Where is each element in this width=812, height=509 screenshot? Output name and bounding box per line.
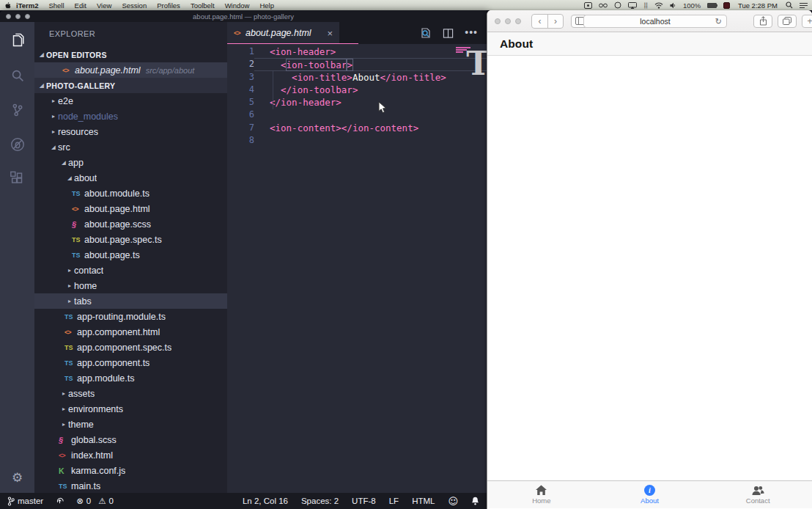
tree-folder-node-modules[interactable]: ▸node_modules [34,109,227,124]
tree-folder-assets[interactable]: ▸assets [34,386,227,401]
menu-window[interactable]: Window [220,1,255,10]
code-line-2-current[interactable]: 2 <ion-toolbar> [227,58,487,70]
chevron-expanded-icon: ◢ [59,159,68,166]
tree-file-karma-conf-js[interactable]: Kkarma.conf.js [34,463,227,478]
problems-indicator[interactable]: ⊗ 0 ⚠ 0 [76,496,114,506]
tree-folder-contact[interactable]: ▸contact [34,263,227,278]
close-tab-icon[interactable]: × [327,28,333,39]
code-line-5[interactable]: 5 </ion-header> [227,96,487,109]
encoding-indicator[interactable]: UTF-8 [352,497,376,505]
tree-folder-home[interactable]: ▸home [34,278,227,293]
tree-file-index-html[interactable]: <>index.html [34,447,227,463]
code-editor[interactable]: 1 <ion-header> 2 <ion-toolbar> 3 <ion-ti… [227,44,487,493]
tree-file-app-component-ts[interactable]: TSapp.component.ts [34,355,227,370]
split-editor-icon[interactable] [443,28,454,39]
menu-toolbelt[interactable]: Toolbelt [185,1,220,10]
open-editors-header[interactable]: ◢ OPEN EDITORS [34,47,227,62]
tree-file-app-module-ts[interactable]: TSapp.module.ts [34,370,227,386]
glasses-icon[interactable] [599,2,608,8]
menu-app-name[interactable]: iTerm2 [11,1,43,10]
airplay-icon[interactable] [628,2,637,9]
tab-about-page-html[interactable]: <> about.page.html × [227,22,339,44]
menu-session[interactable]: Session [117,1,152,10]
battery-status[interactable]: 100% [683,1,717,10]
language-mode-indicator[interactable]: HTML [412,497,435,505]
feedback-smiley-icon[interactable]: ☺ [448,496,458,507]
cursor-position-indicator[interactable]: Ln 2, Col 16 [243,497,288,505]
tree-file-global-scss[interactable]: §global.scss [34,432,227,447]
share-button[interactable] [753,15,772,28]
open-editor-item-about-page-html[interactable]: <> about.page.html src/app/about [34,62,227,78]
code-line-8[interactable]: 8 [227,134,487,147]
apple-logo-icon[interactable] [4,1,11,10]
back-button[interactable]: ‹ [532,15,547,28]
menu-shell[interactable]: Shell [43,1,69,10]
settings-gear-icon[interactable]: ⚙ [12,472,23,484]
explorer-icon[interactable] [9,32,26,50]
extensions-icon[interactable] [9,170,26,188]
html-file-icon: <> [72,205,84,213]
code-line-7[interactable]: 7 <ion-content></ion-content> [227,122,487,134]
menu-profiles[interactable]: Profiles [152,1,185,10]
project-root-header[interactable]: ◢ PHOTO-GALLERY [34,78,227,93]
tab-contact[interactable]: Contact [704,481,812,508]
tree-folder-resources[interactable]: ▸resources [34,124,227,139]
menu-view[interactable]: View [92,1,117,10]
vscode-titlebar[interactable]: about.page.html — photo-gallery [0,10,487,22]
wifi-icon[interactable] [654,2,663,9]
zoom-window-button[interactable] [515,18,521,24]
tree-folder-about[interactable]: ◢about [34,170,227,186]
address-bar[interactable]: localhost ↻ [583,15,727,28]
tree-file-about-page-ts[interactable]: TSabout.page.ts [34,247,227,263]
screen-capture-icon[interactable] [584,2,592,9]
source-control-icon[interactable] [9,101,26,119]
forward-button[interactable]: › [547,15,563,28]
tree-folder-app[interactable]: ◢app [34,155,227,170]
sync-changes-button[interactable] [55,497,64,505]
keyboard-switcher-icon[interactable]: ⣿ [643,2,648,9]
tree-file-app-component-spec-ts[interactable]: TSapp.component.spec.ts [34,340,227,355]
tree-folder-src[interactable]: ◢src [34,139,227,155]
tab-overview-button[interactable] [778,15,797,28]
tree-folder-tabs[interactable]: ▸tabs [34,293,227,309]
reload-icon[interactable]: ↻ [715,17,722,26]
ts-file-icon: TS [64,359,77,367]
notification-center-icon[interactable] [800,2,808,9]
volume-icon[interactable] [670,2,676,9]
code-line-4[interactable]: 4 </ion-toolbar> [227,84,487,96]
tree-folder-theme[interactable]: ▸theme [34,417,227,432]
tab-about[interactable]: i About [596,481,704,508]
tree-file-app-component-html[interactable]: <>app.component.html [34,324,227,340]
new-tab-button[interactable]: + [802,15,812,28]
spotlight-icon[interactable] [786,1,793,9]
tree-file-main-ts[interactable]: TSmain.ts [34,478,227,493]
tree-file-app-routing-module-ts[interactable]: TSapp-routing.module.ts [34,309,227,324]
dnd-icon[interactable] [614,1,621,9]
code-line-1[interactable]: 1 <ion-header> [227,45,487,58]
debug-icon[interactable] [9,136,26,153]
close-window-button[interactable] [495,18,501,24]
ts-file-icon: TS [72,190,84,197]
menu-extra-app-icon[interactable] [723,2,730,9]
more-actions-icon[interactable]: ••• [465,31,478,35]
vscode-statusbar: master ⊗ 0 ⚠ 0 Ln 2, Col 16 Spaces: 2 UT… [0,493,487,509]
open-preview-icon[interactable] [420,27,432,39]
tree-file-about-page-spec-ts[interactable]: TSabout.page.spec.ts [34,232,227,247]
tree-file-about-page-html[interactable]: <>about.page.html [34,201,227,216]
tree-file-about-module-ts[interactable]: TSabout.module.ts [34,186,227,201]
tree-folder-e2e[interactable]: ▸e2e [34,93,227,109]
code-line-3[interactable]: 3 <ion-title>About</ion-title> [227,71,487,84]
search-icon[interactable] [9,67,26,84]
menu-help[interactable]: Help [254,1,279,10]
tree-folder-environments[interactable]: ▸environments [34,401,227,417]
tree-file-about-page-scss[interactable]: §about.page.scss [34,216,227,232]
git-branch-indicator[interactable]: master [7,497,43,506]
eol-indicator[interactable]: LF [389,497,399,505]
notifications-bell-icon[interactable] [471,497,479,505]
tab-home[interactable]: Home [487,481,596,508]
menu-edit[interactable]: Edit [70,1,92,10]
indentation-indicator[interactable]: Spaces: 2 [301,497,339,505]
code-line-6[interactable]: 6 [227,109,487,121]
menubar-clock[interactable]: Tue 2:28 PM [737,1,779,10]
minimize-window-button[interactable] [505,18,511,24]
